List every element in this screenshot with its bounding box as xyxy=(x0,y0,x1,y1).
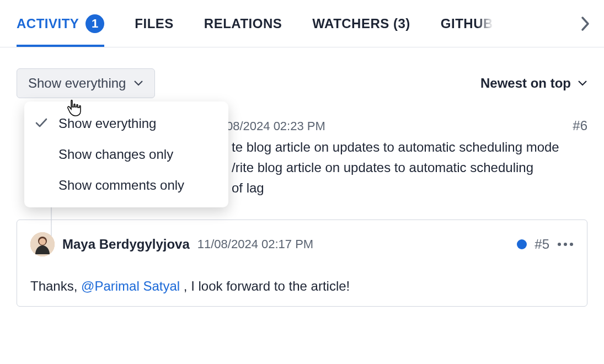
filter-option-changes-label: Show changes only xyxy=(58,147,173,162)
comment-body: Thanks, @Parimal Satyal , I look forward… xyxy=(30,256,574,294)
comment-actions-button[interactable] xyxy=(557,242,574,247)
sort-dropdown-button[interactable]: Newest on top xyxy=(480,76,587,91)
svg-point-5 xyxy=(570,243,573,246)
tab-files-label: FILES xyxy=(135,16,174,31)
tab-files[interactable]: FILES xyxy=(135,0,174,47)
user-mention[interactable]: @Parimal Satyal xyxy=(81,279,180,293)
tab-github-label: GITHUB xyxy=(441,16,493,31)
activity-count-badge: 1 xyxy=(85,14,104,33)
filter-option-everything[interactable]: Show everything xyxy=(24,108,228,139)
chevron-right-icon xyxy=(580,16,590,31)
sort-dropdown-label: Newest on top xyxy=(480,76,571,91)
tabs-bar: ACTIVITY 1 FILES RELATIONS WATCHERS (3) … xyxy=(0,0,604,47)
comment-text-before: Thanks, xyxy=(30,279,81,293)
change-timestamp: 08/2024 02:23 PM xyxy=(226,119,325,133)
filter-option-changes[interactable]: Show changes only xyxy=(24,139,228,170)
tab-activity-label: ACTIVITY xyxy=(17,16,79,31)
more-horizontal-icon xyxy=(557,242,574,247)
tab-relations-label: RELATIONS xyxy=(204,16,282,31)
comment-text-after: , I look forward to the article! xyxy=(180,279,350,293)
tab-watchers[interactable]: WATCHERS (3) xyxy=(312,0,410,47)
check-icon xyxy=(35,116,47,131)
caret-down-icon xyxy=(578,80,587,87)
svg-point-3 xyxy=(558,243,561,246)
svg-point-2 xyxy=(39,238,46,245)
unread-indicator-icon xyxy=(517,239,527,249)
tab-activity[interactable]: ACTIVITY 1 xyxy=(17,0,104,47)
filter-dropdown-button[interactable]: Show everything xyxy=(17,68,155,98)
filter-option-everything-label: Show everything xyxy=(58,116,156,131)
filter-option-comments-label: Show comments only xyxy=(58,178,184,192)
svg-point-4 xyxy=(564,243,567,246)
avatar xyxy=(30,232,55,256)
change-line-1: te blog article on updates to automatic … xyxy=(232,137,587,157)
tab-github[interactable]: GITHUB xyxy=(441,0,493,47)
tabs-scroll-right-button[interactable] xyxy=(574,13,596,35)
tab-watchers-label: WATCHERS (3) xyxy=(312,16,410,31)
filter-dropdown-label: Show everything xyxy=(28,76,126,91)
comment-timestamp: 11/08/2024 02:17 PM xyxy=(197,237,313,251)
tab-relations[interactable]: RELATIONS xyxy=(204,0,282,47)
filter-option-comments[interactable]: Show comments only xyxy=(24,170,228,201)
change-line-3: of lag xyxy=(232,178,587,198)
change-line-2: /rite blog article on updates to automat… xyxy=(232,157,587,178)
change-number: #6 xyxy=(573,118,587,133)
activity-comment-entry: Maya Berdygylyjova 11/08/2024 02:17 PM #… xyxy=(17,220,587,307)
comment-author: Maya Berdygylyjova xyxy=(62,237,190,252)
filter-dropdown-menu: Show everything Show changes only Show c… xyxy=(24,101,228,207)
caret-down-icon xyxy=(133,80,143,87)
activity-controls: Show everything Newest on top Show every… xyxy=(0,47,604,108)
comment-number: #5 xyxy=(534,237,549,252)
